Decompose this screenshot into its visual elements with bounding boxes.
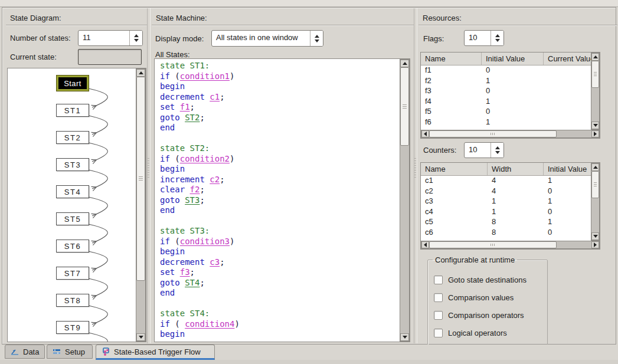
state-diagram-content: StartST1ST2ST3ST4ST5ST6ST7ST8ST9 xyxy=(8,68,136,342)
column-header[interactable]: Name xyxy=(421,163,488,175)
tab-label: Setup xyxy=(65,347,85,356)
current-state-field xyxy=(78,49,142,65)
scroll-down-button[interactable] xyxy=(591,122,599,129)
scrollbar-thumb[interactable] xyxy=(591,171,599,198)
spinner-arrows-icon[interactable] xyxy=(491,143,503,158)
current-state-label: Current state: xyxy=(10,53,57,61)
table-row[interactable]: f21 xyxy=(421,76,591,86)
code-line: decrement c3; xyxy=(160,257,400,268)
checkbox-unchecked[interactable] xyxy=(434,276,443,284)
scroll-down-button[interactable] xyxy=(136,333,145,341)
checkbox-unchecked[interactable] xyxy=(434,293,443,302)
column-header[interactable]: Initial Value xyxy=(482,53,544,65)
checkbox-unchecked[interactable] xyxy=(434,329,443,337)
number-of-states-spinner[interactable]: 11 xyxy=(78,30,143,46)
column-header[interactable]: Name xyxy=(421,53,482,65)
scroll-left-button[interactable] xyxy=(421,241,429,248)
transition-arc xyxy=(89,333,107,342)
diagram-node-st8[interactable]: ST8 xyxy=(56,294,89,307)
table-row[interactable]: c311 xyxy=(421,196,591,206)
table-row[interactable]: c680 xyxy=(421,227,591,238)
table-vertical-scrollbar[interactable] xyxy=(591,163,600,241)
code-line: end xyxy=(160,123,400,133)
code-line: begin xyxy=(160,329,400,340)
code-line: state ST3: xyxy=(160,226,400,237)
code-line xyxy=(160,216,400,227)
flags-table: NameInitial ValueCurrent Valuef10f21f30f… xyxy=(420,52,600,139)
scroll-right-button[interactable] xyxy=(591,241,599,248)
tab-state-based-trigger-flow[interactable]: State-Based Trigger Flow xyxy=(96,345,215,360)
diagram-node-st7[interactable]: ST7 xyxy=(56,267,89,280)
diagram-node-st9[interactable]: ST9 xyxy=(56,321,89,334)
table-horizontal-scrollbar[interactable] xyxy=(421,241,600,249)
diagram-node-st3[interactable]: ST3 xyxy=(56,158,89,171)
table-cell: c2 xyxy=(421,186,488,195)
display-mode-combo[interactable]: All states in one window xyxy=(211,30,323,47)
code-vertical-scrollbar[interactable] xyxy=(400,59,410,342)
scroll-up-button[interactable] xyxy=(591,163,599,171)
column-header[interactable]: Initial Value xyxy=(544,163,591,175)
state-machine-code-editor[interactable]: state ST1:if (condition1)begindecrement … xyxy=(154,58,410,342)
diagram-node-st2[interactable]: ST2 xyxy=(56,131,89,144)
flags-count-spinner[interactable]: 10 xyxy=(464,30,504,46)
transition-arc xyxy=(89,197,107,216)
table-row[interactable]: f10 xyxy=(421,65,591,76)
tab-setup[interactable]: Setup xyxy=(47,345,93,359)
table-row[interactable]: c581 xyxy=(421,217,591,227)
table-row[interactable]: c141 xyxy=(421,175,591,186)
diagram-node-st4[interactable]: ST4 xyxy=(56,185,89,198)
scroll-down-button[interactable] xyxy=(400,333,409,341)
table-cell: c5 xyxy=(421,217,488,226)
table-cell: f2 xyxy=(421,76,482,85)
diagram-vertical-scrollbar[interactable] xyxy=(136,68,146,342)
checkbox-unchecked[interactable] xyxy=(434,311,443,320)
scroll-right-button[interactable] xyxy=(591,130,599,137)
scroll-up-button[interactable] xyxy=(136,69,145,77)
table-cell: 1 xyxy=(482,117,544,126)
scroll-down-button[interactable] xyxy=(591,232,599,240)
code-line: increment c2; xyxy=(160,175,400,185)
scrollbar-thumb[interactable] xyxy=(591,61,599,88)
counters-count-spinner[interactable]: 10 xyxy=(464,142,504,158)
bottom-tab-bar: DataSetupState-Based Trigger Flow xyxy=(0,345,618,360)
combo-arrows-icon[interactable] xyxy=(310,31,323,46)
scrollbar-thumb[interactable] xyxy=(136,77,145,281)
code-line: end xyxy=(160,205,400,216)
left-splitter[interactable] xyxy=(147,8,151,343)
scrollbar-thumb[interactable] xyxy=(400,67,409,146)
tab-data[interactable]: Data xyxy=(5,345,45,359)
right-splitter[interactable] xyxy=(414,8,417,343)
column-header[interactable]: Width xyxy=(488,163,544,175)
table-horizontal-scrollbar[interactable] xyxy=(421,130,600,138)
trigger-flow-tab-icon xyxy=(102,347,110,356)
transition-arc xyxy=(89,88,107,107)
table-cell: 1 xyxy=(488,207,544,216)
diagram-node-st5[interactable]: ST5 xyxy=(56,212,89,225)
diagram-node-st6[interactable]: ST6 xyxy=(56,240,89,252)
table-cell: c6 xyxy=(421,228,488,237)
trigger-flow-window: State Diagram: Number of states: 11 Curr… xyxy=(0,0,618,364)
table-cell: c4 xyxy=(421,207,488,216)
state-diagram-canvas[interactable]: StartST1ST2ST3ST4ST5ST6ST7ST8ST9 xyxy=(7,68,146,342)
table-row[interactable]: c240 xyxy=(421,186,591,196)
diagram-node-st1[interactable]: ST1 xyxy=(56,104,89,117)
scrollbar-thumb[interactable] xyxy=(429,241,557,248)
diagram-node-start[interactable]: Start xyxy=(57,76,89,91)
scroll-up-button[interactable] xyxy=(591,53,599,61)
column-header[interactable]: Current Value xyxy=(544,53,591,65)
runtime-option-row: Logical operators xyxy=(434,329,542,337)
table-cell: 1 xyxy=(544,196,591,205)
scroll-left-button[interactable] xyxy=(421,130,429,137)
table-row[interactable]: c410 xyxy=(421,206,591,217)
spinner-arrows-icon[interactable] xyxy=(491,31,503,45)
spinner-arrows-icon[interactable] xyxy=(129,31,142,45)
scrollbar-thumb[interactable] xyxy=(429,130,557,137)
table-row[interactable]: f50 xyxy=(421,106,591,117)
table-row[interactable]: f61 xyxy=(421,117,591,127)
scroll-up-button[interactable] xyxy=(400,60,409,67)
table-row[interactable]: f30 xyxy=(421,86,591,96)
table-vertical-scrollbar[interactable] xyxy=(591,53,600,130)
table-header: NameInitial ValueCurrent Value xyxy=(421,53,591,65)
table-row[interactable]: f41 xyxy=(421,96,591,107)
checkbox-label: Goto state destinations xyxy=(448,276,527,284)
